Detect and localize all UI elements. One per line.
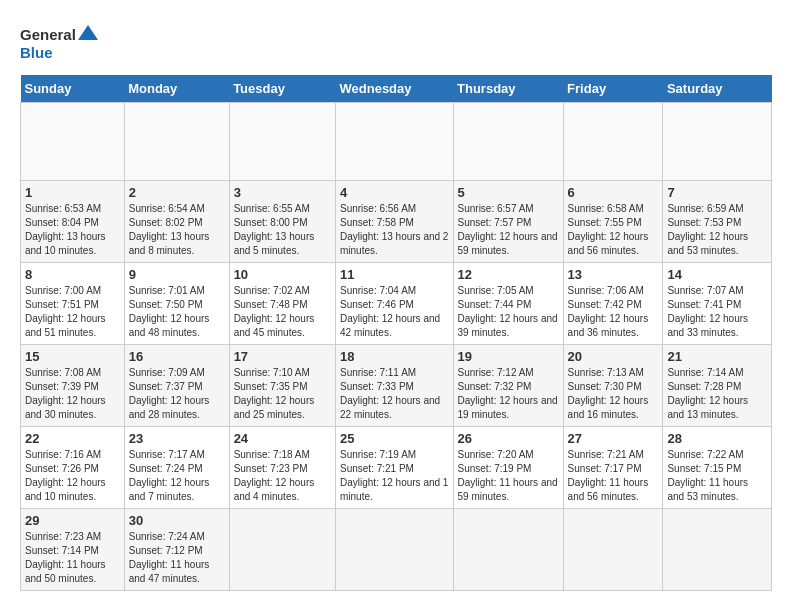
day-header-thursday: Thursday [453, 75, 563, 103]
calendar-cell: 21Sunrise: 7:14 AMSunset: 7:28 PMDayligh… [663, 345, 772, 427]
calendar-cell: 18Sunrise: 7:11 AMSunset: 7:33 PMDayligh… [336, 345, 454, 427]
calendar-week-row: 8Sunrise: 7:00 AMSunset: 7:51 PMDaylight… [21, 263, 772, 345]
calendar-cell: 1Sunrise: 6:53 AMSunset: 8:04 PMDaylight… [21, 181, 125, 263]
calendar-week-row [21, 103, 772, 181]
calendar-cell: 8Sunrise: 7:00 AMSunset: 7:51 PMDaylight… [21, 263, 125, 345]
calendar-cell [21, 103, 125, 181]
calendar-cell [453, 509, 563, 591]
day-info: Sunrise: 7:24 AMSunset: 7:12 PMDaylight:… [129, 530, 225, 586]
calendar-cell: 15Sunrise: 7:08 AMSunset: 7:39 PMDayligh… [21, 345, 125, 427]
day-number: 27 [568, 431, 659, 446]
calendar-cell: 5Sunrise: 6:57 AMSunset: 7:57 PMDaylight… [453, 181, 563, 263]
day-info: Sunrise: 7:23 AMSunset: 7:14 PMDaylight:… [25, 530, 120, 586]
day-header-sunday: Sunday [21, 75, 125, 103]
svg-text:Blue: Blue [20, 44, 53, 61]
calendar-cell [663, 103, 772, 181]
calendar-cell: 20Sunrise: 7:13 AMSunset: 7:30 PMDayligh… [563, 345, 663, 427]
day-number: 5 [458, 185, 559, 200]
day-number: 15 [25, 349, 120, 364]
day-number: 9 [129, 267, 225, 282]
calendar-cell [563, 509, 663, 591]
day-number: 13 [568, 267, 659, 282]
day-number: 26 [458, 431, 559, 446]
calendar-cell [229, 103, 335, 181]
day-info: Sunrise: 6:59 AMSunset: 7:53 PMDaylight:… [667, 202, 767, 258]
calendar-cell: 13Sunrise: 7:06 AMSunset: 7:42 PMDayligh… [563, 263, 663, 345]
day-number: 2 [129, 185, 225, 200]
day-number: 4 [340, 185, 449, 200]
calendar-cell [229, 509, 335, 591]
calendar-cell: 28Sunrise: 7:22 AMSunset: 7:15 PMDayligh… [663, 427, 772, 509]
day-number: 6 [568, 185, 659, 200]
calendar-cell: 4Sunrise: 6:56 AMSunset: 7:58 PMDaylight… [336, 181, 454, 263]
calendar-week-row: 22Sunrise: 7:16 AMSunset: 7:26 PMDayligh… [21, 427, 772, 509]
day-header-friday: Friday [563, 75, 663, 103]
day-info: Sunrise: 6:57 AMSunset: 7:57 PMDaylight:… [458, 202, 559, 258]
calendar-table: SundayMondayTuesdayWednesdayThursdayFrid… [20, 75, 772, 591]
day-number: 19 [458, 349, 559, 364]
day-info: Sunrise: 7:05 AMSunset: 7:44 PMDaylight:… [458, 284, 559, 340]
day-info: Sunrise: 7:13 AMSunset: 7:30 PMDaylight:… [568, 366, 659, 422]
day-number: 14 [667, 267, 767, 282]
day-info: Sunrise: 7:08 AMSunset: 7:39 PMDaylight:… [25, 366, 120, 422]
day-number: 22 [25, 431, 120, 446]
calendar-cell: 27Sunrise: 7:21 AMSunset: 7:17 PMDayligh… [563, 427, 663, 509]
day-info: Sunrise: 7:02 AMSunset: 7:48 PMDaylight:… [234, 284, 331, 340]
page-header: General Blue [20, 20, 772, 65]
day-number: 18 [340, 349, 449, 364]
day-number: 20 [568, 349, 659, 364]
day-header-wednesday: Wednesday [336, 75, 454, 103]
day-info: Sunrise: 6:56 AMSunset: 7:58 PMDaylight:… [340, 202, 449, 258]
day-number: 24 [234, 431, 331, 446]
day-number: 1 [25, 185, 120, 200]
day-number: 25 [340, 431, 449, 446]
calendar-cell: 19Sunrise: 7:12 AMSunset: 7:32 PMDayligh… [453, 345, 563, 427]
day-number: 30 [129, 513, 225, 528]
day-number: 11 [340, 267, 449, 282]
calendar-cell: 3Sunrise: 6:55 AMSunset: 8:00 PMDaylight… [229, 181, 335, 263]
calendar-cell: 9Sunrise: 7:01 AMSunset: 7:50 PMDaylight… [124, 263, 229, 345]
calendar-cell [453, 103, 563, 181]
day-info: Sunrise: 7:21 AMSunset: 7:17 PMDaylight:… [568, 448, 659, 504]
calendar-cell [663, 509, 772, 591]
day-info: Sunrise: 6:53 AMSunset: 8:04 PMDaylight:… [25, 202, 120, 258]
day-info: Sunrise: 7:00 AMSunset: 7:51 PMDaylight:… [25, 284, 120, 340]
day-info: Sunrise: 7:20 AMSunset: 7:19 PMDaylight:… [458, 448, 559, 504]
day-number: 12 [458, 267, 559, 282]
day-info: Sunrise: 7:12 AMSunset: 7:32 PMDaylight:… [458, 366, 559, 422]
calendar-cell: 2Sunrise: 6:54 AMSunset: 8:02 PMDaylight… [124, 181, 229, 263]
day-number: 23 [129, 431, 225, 446]
calendar-cell: 26Sunrise: 7:20 AMSunset: 7:19 PMDayligh… [453, 427, 563, 509]
day-info: Sunrise: 6:54 AMSunset: 8:02 PMDaylight:… [129, 202, 225, 258]
day-info: Sunrise: 7:09 AMSunset: 7:37 PMDaylight:… [129, 366, 225, 422]
calendar-cell: 23Sunrise: 7:17 AMSunset: 7:24 PMDayligh… [124, 427, 229, 509]
calendar-cell: 25Sunrise: 7:19 AMSunset: 7:21 PMDayligh… [336, 427, 454, 509]
calendar-week-row: 15Sunrise: 7:08 AMSunset: 7:39 PMDayligh… [21, 345, 772, 427]
day-number: 8 [25, 267, 120, 282]
day-number: 16 [129, 349, 225, 364]
calendar-cell [336, 103, 454, 181]
calendar-cell: 30Sunrise: 7:24 AMSunset: 7:12 PMDayligh… [124, 509, 229, 591]
day-info: Sunrise: 7:01 AMSunset: 7:50 PMDaylight:… [129, 284, 225, 340]
logo-svg: General Blue [20, 20, 100, 65]
calendar-week-row: 1Sunrise: 6:53 AMSunset: 8:04 PMDaylight… [21, 181, 772, 263]
day-number: 29 [25, 513, 120, 528]
calendar-cell: 16Sunrise: 7:09 AMSunset: 7:37 PMDayligh… [124, 345, 229, 427]
day-info: Sunrise: 7:10 AMSunset: 7:35 PMDaylight:… [234, 366, 331, 422]
calendar-cell: 11Sunrise: 7:04 AMSunset: 7:46 PMDayligh… [336, 263, 454, 345]
logo: General Blue [20, 20, 100, 65]
day-info: Sunrise: 6:58 AMSunset: 7:55 PMDaylight:… [568, 202, 659, 258]
calendar-cell: 6Sunrise: 6:58 AMSunset: 7:55 PMDaylight… [563, 181, 663, 263]
calendar-cell: 22Sunrise: 7:16 AMSunset: 7:26 PMDayligh… [21, 427, 125, 509]
calendar-cell: 29Sunrise: 7:23 AMSunset: 7:14 PMDayligh… [21, 509, 125, 591]
svg-text:General: General [20, 26, 76, 43]
day-number: 10 [234, 267, 331, 282]
calendar-week-row: 29Sunrise: 7:23 AMSunset: 7:14 PMDayligh… [21, 509, 772, 591]
day-number: 21 [667, 349, 767, 364]
day-header-tuesday: Tuesday [229, 75, 335, 103]
day-header-saturday: Saturday [663, 75, 772, 103]
day-number: 3 [234, 185, 331, 200]
day-info: Sunrise: 7:19 AMSunset: 7:21 PMDaylight:… [340, 448, 449, 504]
day-info: Sunrise: 7:17 AMSunset: 7:24 PMDaylight:… [129, 448, 225, 504]
day-info: Sunrise: 7:07 AMSunset: 7:41 PMDaylight:… [667, 284, 767, 340]
